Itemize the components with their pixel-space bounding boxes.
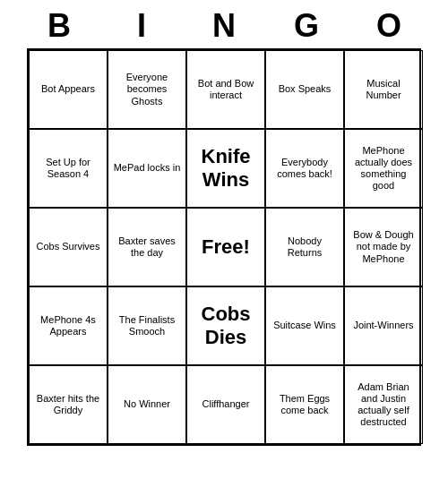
bingo-cell[interactable]: No Winner (108, 365, 186, 444)
bingo-cell[interactable]: Baxter saves the day (108, 208, 186, 286)
bingo-cell[interactable]: Bow & Dough not made by MePhone (344, 208, 423, 286)
bingo-cell[interactable]: MePhone 4s Appears (29, 286, 108, 365)
bingo-cell[interactable]: Nobody Returns (265, 208, 344, 286)
bingo-cell[interactable]: Everybody comes back! (265, 129, 344, 208)
bingo-cell[interactable]: Them Eggs come back (265, 365, 344, 444)
bingo-cell[interactable]: Musical Number (344, 50, 423, 129)
bingo-cell[interactable]: Everyone becomes Ghosts (108, 50, 186, 129)
bingo-cell[interactable]: Cliffhanger (186, 365, 265, 444)
bingo-cell[interactable]: Suitcase Wins (265, 286, 344, 365)
header-letter: B (21, 7, 98, 45)
bingo-cell[interactable]: Box Speaks (265, 50, 344, 129)
bingo-cell[interactable]: Free! (186, 208, 265, 286)
header-letter: O (350, 7, 427, 45)
header-letter: I (103, 7, 180, 45)
bingo-cell[interactable]: Baxter hits the Griddy (29, 365, 108, 444)
bingo-header: BINGO (18, 0, 430, 48)
bingo-cell[interactable]: Knife Wins (186, 129, 265, 208)
bingo-cell[interactable]: Set Up for Season 4 (29, 129, 108, 208)
bingo-cell[interactable]: Joint-Winners (344, 286, 423, 365)
bingo-cell[interactable]: Bot and Bow interact (186, 50, 265, 129)
header-letter: G (268, 7, 345, 45)
bingo-grid: Bot AppearsEveryone becomes GhostsBot an… (27, 48, 421, 446)
bingo-cell[interactable]: Bot Appears (29, 50, 108, 129)
bingo-cell[interactable]: Adam Brian and Justin actually self dest… (344, 365, 423, 444)
header-letter: N (185, 7, 263, 45)
bingo-cell[interactable]: The Finalists Smooch (108, 286, 186, 365)
bingo-cell[interactable]: Cobs Dies (186, 286, 265, 365)
bingo-cell[interactable]: Cobs Survives (29, 208, 108, 286)
bingo-cell[interactable]: MePad locks in (108, 129, 186, 208)
bingo-cell[interactable]: MePhone actually does something good (344, 129, 423, 208)
